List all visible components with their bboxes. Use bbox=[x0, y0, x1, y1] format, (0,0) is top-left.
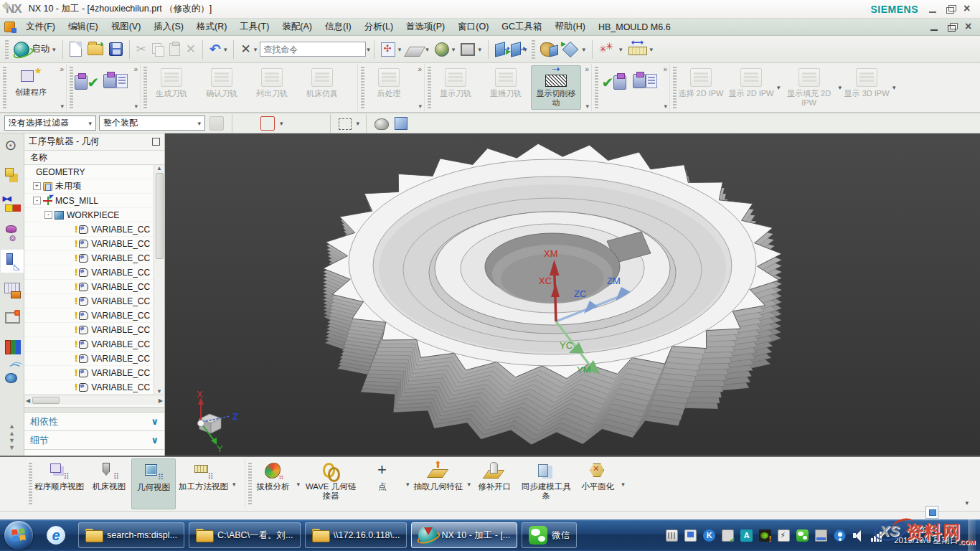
background-button[interactable]: ▾ bbox=[458, 42, 484, 57]
button-caret[interactable]: ▾ bbox=[468, 481, 471, 488]
create-tool-button[interactable]: ✔ bbox=[72, 65, 101, 110]
usb-safe-remove-icon[interactable] bbox=[722, 529, 734, 542]
tree-row[interactable]: ! VARIABLE_CC bbox=[24, 237, 154, 251]
roles-gear-icon[interactable] bbox=[4, 138, 21, 155]
power-plug-tray-icon[interactable] bbox=[778, 529, 790, 542]
fit-view-button[interactable]: ▾ bbox=[378, 41, 405, 58]
part-navigator-icon[interactable] bbox=[4, 224, 21, 241]
cube-view-icon[interactable] bbox=[395, 117, 407, 130]
tray-clock[interactable]: 9: 2019/10/6 星期日 bbox=[890, 525, 962, 545]
selection-scope-dropdown[interactable]: 整个装配▾ bbox=[99, 116, 205, 131]
constraint-navigator-icon[interactable] bbox=[4, 195, 21, 212]
doc-restore-button[interactable] bbox=[947, 23, 957, 32]
tree-row[interactable]: ! GEOMETRY bbox=[24, 165, 154, 179]
menu-item[interactable]: 信息(I) bbox=[319, 19, 358, 35]
bottom-toolbar-button[interactable]: WAVE 几何链接器 bbox=[301, 458, 360, 509]
menu-item[interactable]: 工具(T) bbox=[233, 19, 275, 35]
graphics-viewport[interactable]: XM XC ZM ZC YC YM X Z Y bbox=[165, 133, 980, 456]
measure-button[interactable]: ▾ bbox=[596, 41, 626, 58]
save-button[interactable] bbox=[106, 41, 126, 57]
show-desktop-button[interactable] bbox=[969, 519, 976, 551]
taskbar-browser-button[interactable]: e bbox=[40, 522, 72, 548]
menu-item[interactable]: 装配(A) bbox=[275, 19, 319, 35]
snap-point-icon-1[interactable] bbox=[240, 116, 255, 131]
column-header-name[interactable]: 名称 bbox=[30, 151, 47, 164]
dependencies-section[interactable]: 相依性∨ bbox=[24, 413, 164, 431]
screen-clip-tool-icon[interactable] bbox=[925, 506, 938, 519]
menu-item[interactable]: 分析(L) bbox=[358, 19, 400, 35]
bottom-toolbar-button[interactable]: 几何视图 bbox=[131, 458, 176, 509]
tree-row[interactable]: ! VARIABLE_CC bbox=[24, 294, 154, 309]
restore-button[interactable] bbox=[946, 5, 956, 14]
security-shield-tray-icon[interactable] bbox=[834, 529, 846, 542]
tree-row[interactable]: ! VARIABLE_CC bbox=[24, 380, 154, 395]
orient-view-button[interactable]: ▾ bbox=[404, 41, 432, 58]
autodesk-tray-icon[interactable] bbox=[740, 529, 753, 542]
menu-item[interactable]: GC工具箱 bbox=[495, 19, 548, 35]
bottom-toolbar-button[interactable]: 拔模分析 bbox=[251, 458, 296, 509]
tree-expander[interactable]: - bbox=[33, 197, 41, 204]
taskbar-app-button[interactable]: C:\ABC\一看。刘... bbox=[189, 522, 301, 548]
finder-caret[interactable]: ▾ bbox=[367, 46, 370, 53]
tree-vertical-scrollbar[interactable]: ▲▼ bbox=[154, 165, 164, 395]
menu-item[interactable]: 编辑(E) bbox=[62, 19, 105, 35]
tree-row[interactable]: ! VARIABLE_CC bbox=[24, 366, 154, 380]
doc-minimize-button[interactable] bbox=[930, 23, 940, 32]
assembly-constraints-button[interactable] bbox=[537, 41, 559, 58]
taskbar-app-button[interactable]: NX 10 - 加工 - [... bbox=[411, 522, 517, 548]
tree-row[interactable]: - ! WORKPIECE bbox=[24, 208, 154, 222]
display-tray-icon[interactable] bbox=[815, 529, 827, 542]
close-button[interactable] bbox=[963, 5, 973, 14]
snap-point-icon-4[interactable] bbox=[308, 116, 322, 131]
wechat-tray-icon[interactable] bbox=[796, 529, 809, 542]
start-menu-button[interactable]: 启动▾ bbox=[11, 40, 59, 59]
tree-row[interactable]: + ! 未用项 bbox=[24, 179, 154, 194]
button-caret[interactable]: ▾ bbox=[297, 481, 301, 488]
snap-point-icon-2[interactable] bbox=[260, 116, 275, 131]
create-program-button[interactable]: 创建程序 bbox=[6, 65, 56, 110]
undo-button[interactable]: ↶▾ bbox=[207, 43, 230, 56]
tree-row[interactable]: - ! MCS_MILL bbox=[24, 194, 154, 208]
assembly-navigator-icon[interactable] bbox=[4, 166, 21, 184]
edit-section-button[interactable]: ▾ bbox=[508, 42, 530, 57]
tree-row[interactable]: ! VARIABLE_CC bbox=[24, 251, 154, 265]
k-app-tray-icon[interactable] bbox=[703, 529, 715, 542]
menu-item[interactable]: 视图(V) bbox=[105, 19, 148, 35]
volume-tray-icon[interactable] bbox=[852, 529, 864, 542]
menu-item[interactable]: 首选项(P) bbox=[400, 19, 451, 35]
nvidia-tray-icon[interactable] bbox=[759, 529, 771, 542]
workpiece-list-button[interactable] bbox=[631, 65, 659, 110]
bottom-toolbar-button[interactable]: 机床视图 bbox=[87, 458, 131, 509]
tree-row[interactable]: ! VARIABLE_CC bbox=[24, 265, 154, 280]
reuse-library-icon[interactable] bbox=[4, 339, 21, 356]
tree-expander[interactable]: + bbox=[33, 182, 41, 190]
tree-row[interactable]: ! VARIABLE_CC bbox=[24, 309, 154, 323]
taskbar-app-button[interactable]: 微信 bbox=[522, 522, 577, 548]
web-browser-icon[interactable] bbox=[4, 367, 21, 385]
network-signal-tray-icon[interactable] bbox=[871, 529, 883, 542]
snap-point-icon-3[interactable] bbox=[288, 116, 302, 131]
tree-horizontal-scrollbar[interactable]: ◀▶ bbox=[24, 395, 164, 405]
new-file-button[interactable] bbox=[67, 40, 85, 58]
move-component-button[interactable]: ▾ bbox=[559, 41, 588, 58]
menu-item[interactable]: 插入(S) bbox=[147, 19, 190, 35]
operation-navigator-icon[interactable] bbox=[4, 253, 21, 270]
render-style-button[interactable]: ▾ bbox=[432, 41, 458, 58]
tree-expander[interactable]: - bbox=[44, 211, 52, 219]
taskbar-app-button[interactable]: search-ms:displ... bbox=[78, 522, 184, 548]
measure-distance-button[interactable]: ▾ bbox=[626, 42, 656, 57]
bottom-toolbar-button[interactable]: 点 bbox=[360, 458, 405, 509]
minimize-button[interactable] bbox=[928, 5, 938, 14]
check-workpiece-button[interactable]: ✔ bbox=[598, 65, 631, 110]
button-caret[interactable]: ▾ bbox=[232, 481, 236, 488]
tree-row[interactable]: ! VARIABLE_CC bbox=[24, 337, 154, 352]
keyboard-tray-icon[interactable] bbox=[666, 529, 678, 542]
command-finder-input[interactable] bbox=[263, 44, 374, 55]
menu-item[interactable]: 格式(R) bbox=[190, 19, 233, 35]
doc-close-button[interactable] bbox=[964, 23, 974, 32]
bottom-toolbar-button[interactable]: 同步建模工具条 bbox=[517, 458, 575, 509]
resource-bar-arrows[interactable]: ▲▲▼▼ bbox=[9, 423, 15, 451]
toolbar-grip[interactable] bbox=[5, 40, 9, 59]
navigator-pin-button[interactable] bbox=[152, 138, 160, 146]
process-monitor-icon[interactable] bbox=[4, 310, 21, 327]
